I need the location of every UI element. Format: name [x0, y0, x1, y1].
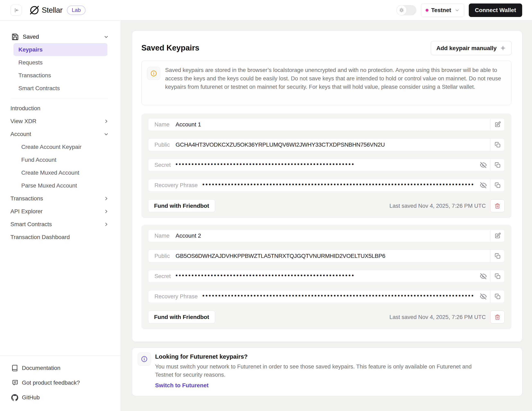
sidebar-nav: Saved Keypairs Requests Transactions Sma… [0, 20, 121, 243]
add-keypair-button[interactable]: Add keypair manually [431, 41, 512, 55]
recovery-phrase-field: Recovery Phrase ••••••••••••••••••••••••… [148, 179, 504, 192]
futurenet-title: Looking for Futurenet keypairs? [155, 353, 247, 360]
copy-secret-key-button[interactable] [490, 159, 504, 171]
save-icon [11, 33, 19, 41]
edit-name-button[interactable] [490, 118, 504, 131]
secret-key-field: Secret •••••••••••••••••••••••••••••••••… [148, 270, 504, 283]
edit-name-button[interactable] [490, 230, 504, 242]
sidebar: Saved Keypairs Requests Transactions Sma… [0, 20, 121, 411]
sun-icon [399, 7, 404, 13]
copy-secret-key-button[interactable] [490, 270, 504, 282]
sidebar-item-introduction[interactable]: Introduction [0, 102, 121, 115]
github-link[interactable]: GitHub [11, 390, 121, 405]
brand-name: Stellar [42, 6, 62, 15]
recovery-phrase-label: Recovery Phrase [148, 293, 198, 300]
toggle-secret-visibility-button[interactable] [476, 159, 490, 171]
info-circle-icon [141, 355, 148, 363]
eye-slash-icon [480, 162, 487, 168]
sidebar-item-view-xdr[interactable]: View XDR [0, 115, 121, 128]
header-right: Testnet Connect Wallet [396, 3, 532, 17]
theme-toggle[interactable] [396, 5, 416, 15]
recovery-phrase-masked-value: ••••••••••••••••••••••••••••••••••••••••… [202, 290, 475, 302]
sidebar-item-transactions[interactable]: Transactions [0, 192, 121, 205]
copy-public-key-button[interactable] [490, 139, 504, 151]
copy-icon [494, 273, 501, 280]
edit-icon [494, 121, 501, 128]
collapse-sidebar-icon [13, 7, 19, 13]
keypair-card-footer: Fund with Friendbot Last saved Nov 4, 20… [148, 199, 504, 212]
copy-recovery-phrase-button[interactable] [490, 290, 504, 303]
public-key-label: Public [148, 141, 171, 148]
copy-icon [494, 182, 501, 188]
name-field: Name Account 2 [148, 229, 504, 242]
public-key-field: Public GB5OS6DWHZAJDVHKPPBWZTLA5TNRXTQJG… [148, 250, 504, 262]
header-left: Stellar Lab [0, 5, 86, 16]
sidebar-item-saved[interactable]: Saved [0, 30, 121, 43]
delete-keypair-button[interactable] [490, 311, 504, 324]
chevron-right-icon [104, 119, 109, 124]
fund-with-friendbot-button[interactable]: Fund with Friendbot [148, 311, 215, 324]
toggle-recovery-visibility-button[interactable] [476, 290, 490, 303]
sidebar-item-fund-account[interactable]: Fund Account [0, 153, 121, 166]
eye-slash-icon [480, 182, 487, 188]
eye-slash-icon [480, 273, 487, 280]
sidebar-item-transactions-saved[interactable]: Transactions [13, 69, 107, 82]
sidebar-item-create-muxed-account[interactable]: Create Muxed Account [0, 166, 121, 179]
copy-icon [494, 293, 501, 300]
connect-wallet-button[interactable]: Connect Wallet [469, 3, 522, 17]
chevron-down-icon [455, 8, 460, 13]
delete-keypair-button[interactable] [490, 199, 504, 212]
name-value: Account 1 [176, 121, 201, 128]
futurenet-body: You must switch your network to Futurene… [155, 363, 489, 379]
last-saved-timestamp: Last saved Nov 4, 2025, 7:26 PM UTC [390, 203, 486, 209]
toggle-secret-visibility-button[interactable] [476, 270, 490, 282]
sidebar-item-smart-contracts-saved[interactable]: Smart Contracts [13, 82, 107, 95]
fund-with-friendbot-button[interactable]: Fund with Friendbot [148, 199, 215, 212]
info-circle-icon [150, 70, 157, 77]
sidebar-item-smart-contracts[interactable]: Smart Contracts [0, 218, 121, 231]
sidebar-item-account[interactable]: Account [0, 128, 121, 140]
last-saved-timestamp: Last saved Nov 4, 2025, 7:26 PM UTC [390, 314, 486, 320]
network-selector[interactable]: Testnet [421, 3, 464, 17]
sidebar-item-create-account-keypair[interactable]: Create Account Keypair [0, 140, 121, 153]
sidebar-item-transaction-dashboard[interactable]: Transaction Dashboard [0, 231, 121, 243]
stellar-logo-icon [29, 5, 39, 15]
documentation-link[interactable]: Documentation [11, 361, 121, 375]
sidebar-item-requests[interactable]: Requests [13, 56, 107, 69]
page-title: Saved Keypairs [141, 44, 199, 52]
toggle-recovery-visibility-button[interactable] [476, 179, 490, 191]
name-label: Name [148, 233, 171, 239]
sidebar-item-parse-muxed-account[interactable]: Parse Muxed Account [0, 179, 121, 192]
sidebar-collapse-button[interactable] [11, 5, 22, 16]
trash-icon [494, 203, 501, 209]
name-field: Name Account 1 [148, 118, 504, 131]
copy-recovery-phrase-button[interactable] [490, 179, 504, 191]
recovery-phrase-field: Recovery Phrase ••••••••••••••••••••••••… [148, 290, 504, 303]
github-icon [11, 394, 18, 401]
switch-to-futurenet-link[interactable]: Switch to Futurenet [155, 382, 209, 389]
edit-icon [494, 233, 501, 239]
sidebar-divider [11, 98, 108, 98]
warning-text: Saved keypairs are stored in the browser… [165, 66, 505, 91]
keypair-card-account-1: Name Account 1 Public GCHA4HT3VODKCXZU5O… [141, 113, 512, 218]
secret-key-label: Secret [148, 162, 171, 168]
copy-icon [494, 162, 501, 168]
book-icon [11, 364, 18, 372]
chevron-right-icon [104, 222, 109, 227]
keypair-card-account-2: Name Account 2 Public GB5OS6DWHZAJDVHKPP… [141, 225, 512, 329]
chat-bubble-icon [11, 379, 18, 386]
network-status-dot [426, 9, 428, 12]
public-key-value: GB5OS6DWHZAJDVHKPPBWZTLA5TNRXTQJGQTVNURM… [176, 253, 385, 259]
copy-public-key-button[interactable] [490, 250, 504, 262]
secret-key-label: Secret [148, 273, 171, 280]
feedback-link[interactable]: Got product feedback? [11, 375, 121, 390]
sidebar-item-api-explorer[interactable]: API Explorer [0, 205, 121, 218]
sidebar-item-keypairs[interactable]: Keypairs [13, 43, 107, 56]
public-key-field: Public GCHA4HT3VODKCXZU5OK36YRPLUMQV6WI2… [148, 139, 504, 151]
secret-key-field: Secret •••••••••••••••••••••••••••••••••… [148, 159, 504, 171]
stellar-lab-app: Stellar Lab Testnet Connect Wallet Saved [0, 0, 532, 411]
public-key-label: Public [148, 253, 171, 259]
sidebar-footer: Documentation Got product feedback? GitH… [0, 355, 121, 411]
warning-icon-box [147, 67, 160, 80]
secret-key-masked-value: ••••••••••••••••••••••••••••••••••••••••… [176, 270, 355, 282]
